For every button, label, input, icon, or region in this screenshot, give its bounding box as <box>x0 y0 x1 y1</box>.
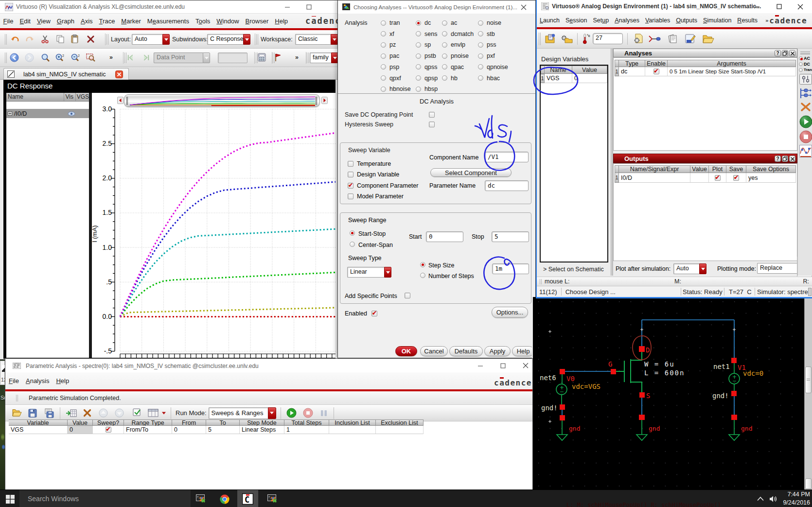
toolbar-grip[interactable] <box>124 52 126 63</box>
param-col-sweep-[interactable]: Sweep? <box>93 420 124 426</box>
outputs-panel-header[interactable]: Outputs ? <box>613 154 797 163</box>
layout-combo-arrow[interactable] <box>162 34 170 45</box>
iv-curve-VGS-5[interactable] <box>120 133 335 317</box>
apply-button[interactable]: Apply <box>484 346 511 356</box>
dv-col-name[interactable]: Name <box>545 66 572 74</box>
sweep-type-combo-arrow[interactable] <box>384 267 391 278</box>
documents-icon[interactable] <box>664 33 681 45</box>
select-component-button[interactable]: Select Component <box>430 168 512 177</box>
radio-stb[interactable] <box>478 31 483 36</box>
stop-input[interactable]: 5 <box>492 231 529 242</box>
param-cell-variable[interactable]: VGS <box>9 426 68 434</box>
param-col-step-mode[interactable]: Step Mode <box>240 420 284 426</box>
analysis-radio-pxf[interactable]: pxf <box>478 52 495 59</box>
paste-icon[interactable] <box>71 35 79 44</box>
dv-col-value[interactable]: Value <box>572 66 607 74</box>
radio-pxf[interactable] <box>478 53 483 59</box>
step-size-radio[interactable] <box>420 262 425 267</box>
temperature-checkbox[interactable] <box>348 161 353 167</box>
radio-ac[interactable] <box>442 20 447 26</box>
radio-hbnoise[interactable] <box>381 87 386 92</box>
toolbar-grip[interactable] <box>5 52 7 63</box>
radio-pnoise[interactable] <box>442 53 447 59</box>
pin-gate[interactable] <box>611 369 616 374</box>
run-mode-combo[interactable]: Sweeps & Ranges <box>209 407 276 419</box>
workspace-combo[interactable]: Classic <box>295 34 338 45</box>
parametric-menu-analysis[interactable]: Analysis <box>22 377 53 385</box>
undo-icon[interactable] <box>11 35 20 44</box>
family-combo[interactable]: family <box>310 52 338 63</box>
output-save-checkbox[interactable] <box>733 175 739 181</box>
analysis-radio-qpsp[interactable]: qpsp <box>416 75 438 82</box>
pin-source[interactable] <box>639 392 645 398</box>
cancel-button[interactable]: Cancel <box>420 346 448 356</box>
out-col-name[interactable]: Name/Signal/Expr <box>619 165 690 173</box>
ade-close-button[interactable] <box>789 0 811 13</box>
right-toolbar-grip[interactable] <box>800 52 810 54</box>
options-button[interactable]: Options... <box>492 307 528 318</box>
pin-drain[interactable] <box>639 346 645 352</box>
out-col-saveoptions[interactable]: Save Options <box>746 165 796 173</box>
start-input[interactable]: 0 <box>426 231 463 242</box>
analysis-radio-pac[interactable]: pac <box>381 52 399 59</box>
ade-menu-simulation[interactable]: Simulation <box>700 17 734 24</box>
param-cell-range-type[interactable]: From/To <box>124 426 172 434</box>
param-col-exclusion-list[interactable]: Exclusion List <box>376 420 424 426</box>
out-plot-cell[interactable] <box>709 173 726 183</box>
taskbar-xming-icon-2[interactable]: >_ <box>267 494 278 504</box>
move-up-icon[interactable] <box>95 408 111 418</box>
zoom-in-icon[interactable]: 2 <box>55 53 65 62</box>
radio-pz[interactable] <box>381 42 386 48</box>
radio-qpss[interactable] <box>416 64 421 70</box>
viz-menu-measurements[interactable]: Measurements <box>144 17 192 25</box>
an-args-cell[interactable]: 0 5 1m Linear Step Size Start-Stop /V1 <box>668 67 796 76</box>
doc-gear-icon[interactable] <box>630 33 646 45</box>
save-dc-checkbox[interactable] <box>429 112 435 118</box>
copy-icon[interactable] <box>56 35 65 44</box>
out-col-value[interactable]: Value <box>690 165 709 173</box>
viz-menu-graph[interactable]: Graph <box>53 17 77 25</box>
param-sweep-checkbox[interactable] <box>106 427 111 433</box>
toolbar-grip[interactable] <box>539 33 541 45</box>
taskbar-cadence-button[interactable]: C <box>237 490 259 507</box>
ade-menu-launch[interactable]: Launch <box>537 17 563 24</box>
pin-gnd-mid[interactable] <box>639 415 645 420</box>
iv-curves-chart[interactable]: 3.02.52.01.51.0.50.0-.5I (mA) <box>92 93 335 358</box>
schematic-canvas[interactable]: net6 V0 vdc=VGS gnd! gnd G D S W = 6u L … <box>533 298 803 490</box>
analysis-radio-hb[interactable]: hb <box>442 75 458 82</box>
analysis-radio-qpac[interactable]: qpac <box>442 64 464 70</box>
toolbar-grip[interactable] <box>256 34 258 45</box>
step-size-input[interactable]: 1m <box>492 263 529 274</box>
iv-curve-VGS-3[interactable] <box>120 229 335 316</box>
ade-menu-results[interactable]: Results <box>734 17 760 24</box>
param-cell-value[interactable]: 0 <box>68 426 93 434</box>
param-col-total-steps[interactable]: Total Steps <box>284 420 329 426</box>
parametric-stop-icon[interactable] <box>300 408 317 418</box>
viz-menu-help[interactable]: Help <box>272 17 291 25</box>
enabled-checkbox[interactable] <box>371 311 377 316</box>
radio-hb[interactable] <box>442 75 447 81</box>
param-cell-step-mode[interactable]: Linear Steps <box>240 426 284 434</box>
dialog-close-button[interactable] <box>512 0 534 14</box>
center-span-radio[interactable] <box>350 242 355 247</box>
delete-x-icon[interactable] <box>800 102 811 112</box>
slider-groove[interactable] <box>124 94 320 107</box>
design-variable-checkbox[interactable] <box>348 172 353 177</box>
mode-radio-dc[interactable]: DC <box>799 62 810 67</box>
setup-gear-folder-icon[interactable] <box>558 34 575 44</box>
visibility-eye-icon[interactable] <box>68 111 75 116</box>
help-button[interactable]: Help <box>512 346 534 356</box>
zoom-icon[interactable] <box>41 53 50 62</box>
radio-hbac[interactable] <box>478 75 483 81</box>
viz-menu-view[interactable]: View <box>34 17 53 25</box>
zoom-out-icon[interactable]: 2 <box>71 53 80 62</box>
out-save-cell[interactable] <box>726 173 746 183</box>
tree-col-vis[interactable]: Vis <box>64 93 75 101</box>
param-cell-exclusion[interactable] <box>376 426 424 434</box>
ade-menu-variables[interactable]: Variables <box>642 17 673 24</box>
pin-gnd-left[interactable] <box>560 415 565 420</box>
table-view-icon[interactable] <box>147 409 159 417</box>
temperature-input[interactable]: 27 <box>593 33 623 44</box>
pin-v1-minus[interactable] <box>731 391 737 396</box>
out-name-cell[interactable]: I0/D <box>619 173 690 183</box>
